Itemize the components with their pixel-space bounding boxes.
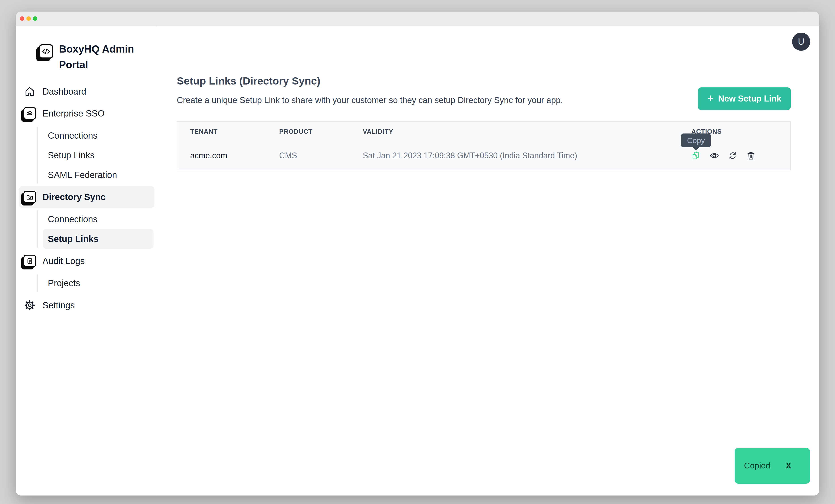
home-icon: [23, 85, 36, 98]
close-window-button[interactable]: [20, 16, 24, 21]
regenerate-setup-link-button[interactable]: [728, 151, 737, 160]
sidebar-item-enterprise-sso[interactable]: Enterprise SSO: [19, 102, 155, 124]
window-titlebar: [16, 12, 819, 25]
sidebar-item-dashboard[interactable]: Dashboard: [19, 80, 155, 102]
zoom-window-button[interactable]: [33, 16, 37, 21]
app-shell: BoxyHQ Admin Portal Dashboard: [16, 25, 819, 496]
sidebar-item-dsync-connections[interactable]: Connections: [43, 209, 154, 229]
table-row: acme.com CMS Sat Jan 21 2023 17:09:38 GM…: [177, 141, 790, 170]
toast-close-button[interactable]: X: [786, 461, 791, 470]
avatar-initial: U: [798, 37, 805, 47]
sidebar-item-audit-logs[interactable]: Audit Logs: [19, 250, 155, 272]
directory-sync-submenu: Connections Setup Links: [16, 208, 157, 250]
setup-links-table: TENANT PRODUCT VALIDITY ACTIONS acme.com…: [177, 121, 791, 170]
copy-tooltip: Copy: [681, 134, 711, 147]
sidebar-nav: Dashboard Enterprise SSO: [16, 80, 157, 316]
app-title: BoxyHQ Admin Portal: [59, 41, 144, 73]
sidebar: BoxyHQ Admin Portal Dashboard: [16, 25, 157, 496]
tenant-cell: acme.com: [177, 151, 266, 160]
column-header-tenant: TENANT: [177, 128, 266, 135]
sidebar-item-saml-federation[interactable]: SAML Federation: [43, 165, 154, 185]
sidebar-item-dsync-setup-links[interactable]: Setup Links: [43, 229, 154, 249]
sidebar-item-projects[interactable]: Projects: [43, 273, 154, 293]
clipboard-icon: [23, 255, 36, 267]
folder-sync-icon: [23, 191, 36, 203]
top-header: U: [157, 25, 819, 58]
trash-icon: [746, 151, 756, 160]
new-setup-link-button[interactable]: + New Setup Link: [698, 87, 791, 110]
column-header-validity: VALIDITY: [350, 128, 678, 135]
copied-toast: Copied X: [735, 448, 810, 484]
copy-icon: [691, 151, 701, 160]
desktop-background: BoxyHQ Admin Portal Dashboard: [0, 0, 835, 504]
column-header-product: PRODUCT: [266, 128, 350, 135]
app-window: BoxyHQ Admin Portal Dashboard: [16, 12, 819, 496]
toast-message: Copied: [744, 461, 770, 470]
sidebar-item-sso-connections[interactable]: Connections: [43, 126, 154, 145]
eye-icon: [710, 151, 719, 160]
minimize-window-button[interactable]: [26, 16, 31, 21]
gear-icon: [23, 299, 36, 311]
page-title: Setup Links (Directory Sync): [177, 75, 791, 87]
validity-cell: Sat Jan 21 2023 17:09:38 GMT+0530 (India…: [350, 151, 678, 160]
app-logo: BoxyHQ Admin Portal: [39, 43, 157, 73]
main-area: U Setup Links (Directory Sync) Create a …: [157, 25, 819, 496]
audit-logs-submenu: Projects: [16, 272, 157, 294]
new-setup-link-label: New Setup Link: [718, 94, 781, 103]
boxyhq-code-icon: [39, 44, 53, 59]
actions-cell: Copy: [678, 151, 790, 160]
refresh-icon: [728, 151, 737, 160]
plus-icon: +: [707, 93, 714, 103]
product-cell: CMS: [266, 151, 350, 160]
delete-setup-link-button[interactable]: [746, 151, 756, 160]
page-content: Setup Links (Directory Sync) Create a un…: [157, 58, 819, 496]
sidebar-item-directory-sync[interactable]: Directory Sync: [19, 186, 155, 208]
view-setup-link-button[interactable]: [710, 151, 719, 160]
copy-link-button[interactable]: Copy: [691, 151, 701, 160]
avatar[interactable]: U: [792, 33, 810, 51]
sidebar-item-settings[interactable]: Settings: [19, 294, 155, 316]
sso-cloud-key-icon: [23, 107, 36, 120]
sidebar-item-sso-setup-links[interactable]: Setup Links: [43, 145, 154, 165]
enterprise-sso-submenu: Connections Setup Links SAML Federation: [16, 124, 157, 186]
